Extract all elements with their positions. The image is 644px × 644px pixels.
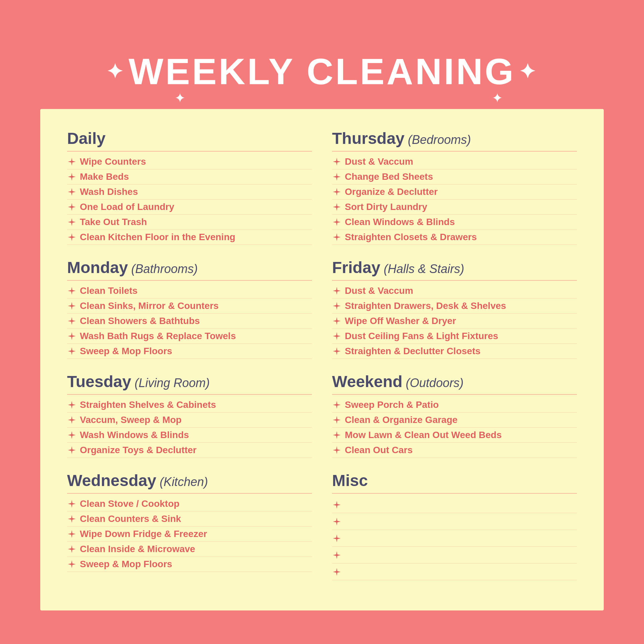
wednesday-subtitle-text: (Kitchen) [160, 475, 208, 489]
sparkle-bottom-right-icon: ✦ [492, 90, 503, 106]
list-item: Clean Toilets [67, 283, 312, 299]
list-item: Straighten Closets & Drawers [332, 230, 577, 245]
list-item-misc [332, 547, 577, 564]
sparkle-icon [332, 415, 341, 425]
sparkle-icon [67, 232, 76, 242]
title-text: WEEKLY CLEANING [128, 50, 515, 93]
sparkle-icon [332, 430, 341, 440]
list-item: Clean Windows & Blinds [332, 215, 577, 230]
sparkle-icon [332, 202, 341, 212]
sparkle-icon [67, 316, 76, 326]
list-item: Clean & Organize Garage [332, 413, 577, 428]
list-item: Straighten Shelves & Cabinets [67, 397, 312, 413]
sparkle-icon [67, 286, 76, 296]
thursday-title-text: Thursday [332, 129, 405, 148]
sparkle-icon [332, 157, 341, 166]
list-item: Clean Sinks, Mirror & Counters [67, 299, 312, 314]
wednesday-title-text: Wednesday [67, 471, 156, 490]
sparkle-icon [67, 400, 76, 410]
divider-tuesday [67, 394, 312, 395]
section-daily-title: Daily [67, 129, 312, 148]
section-monday: Monday (Bathrooms) Clean Toilets Clean S… [67, 258, 312, 359]
weekend-title-text: Weekend [332, 372, 402, 391]
list-item: Mow Lawn & Clean Out Weed Beds [332, 428, 577, 443]
list-item: Wipe Off Washer & Dryer [332, 314, 577, 329]
list-item-misc [332, 564, 577, 580]
list-item: Clean Showers & Bathtubs [67, 314, 312, 329]
sparkle-icon [332, 500, 341, 509]
divider-monday [67, 280, 312, 281]
thursday-subtitle-text: (Bedrooms) [408, 133, 471, 147]
daily-task-list: Wipe Counters Make Beds Wash Dishes One … [67, 154, 312, 245]
list-item: Make Beds [67, 169, 312, 184]
sparkle-left-icon: ✦ [106, 60, 125, 83]
divider-wednesday [67, 493, 312, 494]
section-wednesday: Wednesday (Kitchen) Clean Stove / Cookto… [67, 471, 312, 572]
sparkle-icon [67, 415, 76, 425]
list-item: Change Bed Sheets [332, 169, 577, 184]
list-item: Straighten Drawers, Desk & Shelves [332, 299, 577, 314]
section-weekend: Weekend (Outdoors) Sweep Porch & Patio C… [332, 372, 577, 458]
sparkle-icon [67, 544, 76, 554]
sparkle-icon [332, 346, 341, 356]
sparkle-icon [332, 534, 341, 543]
divider-daily [67, 151, 312, 152]
daily-title-text: Daily [67, 129, 106, 148]
list-item-misc [332, 513, 577, 530]
sparkle-icon [67, 559, 76, 569]
monday-task-list: Clean Toilets Clean Sinks, Mirror & Coun… [67, 283, 312, 359]
sparkle-icon [67, 430, 76, 440]
list-item: One Load of Laundry [67, 200, 312, 215]
list-item: Clean Kitchen Floor in the Evening [67, 230, 312, 245]
list-item: Clean Stove / Cooktop [67, 496, 312, 512]
sparkle-icon [332, 316, 341, 326]
tuesday-subtitle-text: (Living Room) [135, 376, 210, 390]
list-item: Straighten & Declutter Closets [332, 344, 577, 359]
sparkle-icon [332, 232, 341, 242]
list-item: Organize Toys & Declutter [67, 443, 312, 458]
sparkle-icon [67, 157, 76, 166]
list-item: Clean Out Cars [332, 443, 577, 458]
section-daily: Daily Wipe Counters Make Beds Wash Dishe… [67, 129, 312, 245]
sparkle-right-icon: ✦ [519, 60, 538, 83]
wednesday-task-list: Clean Stove / Cooktop Clean Counters & S… [67, 496, 312, 572]
sparkle-icon [67, 529, 76, 539]
sparkle-icon [332, 187, 341, 197]
sparkle-icon [332, 517, 341, 526]
list-item: Wipe Counters [67, 154, 312, 169]
list-item: Wipe Down Fridge & Freezer [67, 527, 312, 542]
outer-card: ✦ WEEKLY CLEANING ✦ ✦ ✦ Daily Wipe Count… [34, 34, 610, 610]
tuesday-task-list: Straighten Shelves & Cabinets Vaccum, Sw… [67, 397, 312, 458]
list-item: Dust & Vaccum [332, 283, 577, 299]
list-item: Wash Bath Rugs & Replace Towels [67, 329, 312, 344]
section-wednesday-title: Wednesday (Kitchen) [67, 471, 312, 490]
divider-weekend [332, 394, 577, 395]
section-misc-title: Misc [332, 471, 577, 490]
sparkle-icon [67, 499, 76, 508]
misc-task-list [332, 496, 577, 580]
sparkle-icon [332, 400, 341, 410]
list-item: Clean Inside & Microwave [67, 542, 312, 557]
section-misc: Misc [332, 471, 577, 580]
weekend-subtitle-text: (Outdoors) [406, 376, 464, 390]
sparkle-icon [67, 217, 76, 227]
sparkle-icon [67, 331, 76, 341]
list-item: Sweep Porch & Patio [332, 397, 577, 413]
content-grid: Daily Wipe Counters Make Beds Wash Dishe… [40, 109, 604, 610]
section-thursday-title: Thursday (Bedrooms) [332, 129, 577, 148]
list-item: Wash Windows & Blinds [67, 428, 312, 443]
list-item: Sweep & Mop Floors [67, 344, 312, 359]
sparkle-icon [332, 567, 341, 577]
weekend-task-list: Sweep Porch & Patio Clean & Organize Gar… [332, 397, 577, 458]
header: ✦ WEEKLY CLEANING ✦ ✦ ✦ [34, 34, 610, 109]
sparkle-icon [67, 346, 76, 356]
section-tuesday-title: Tuesday (Living Room) [67, 372, 312, 391]
section-friday-title: Friday (Halls & Stairs) [332, 258, 577, 277]
sparkle-icon [332, 172, 341, 181]
list-item: Organize & Declutter [332, 184, 577, 200]
friday-subtitle-text: (Halls & Stairs) [384, 262, 464, 276]
section-friday: Friday (Halls & Stairs) Dust & Vaccum St… [332, 258, 577, 359]
sparkle-bottom-left-icon: ✦ [174, 90, 186, 106]
section-weekend-title: Weekend (Outdoors) [332, 372, 577, 391]
section-tuesday: Tuesday (Living Room) Straighten Shelves… [67, 372, 312, 458]
